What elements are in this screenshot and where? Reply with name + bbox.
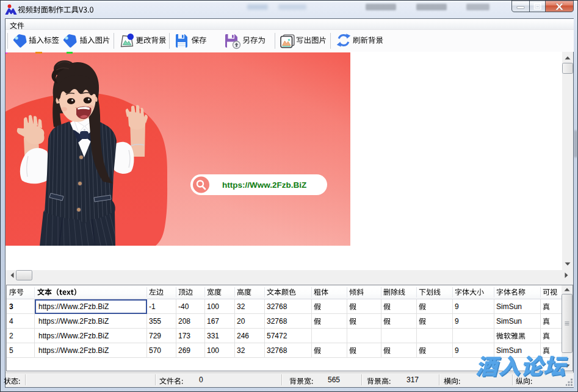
svg-text:https://Www.2Fzb.BiZ: https://Www.2Fzb.BiZ [222,180,306,190]
